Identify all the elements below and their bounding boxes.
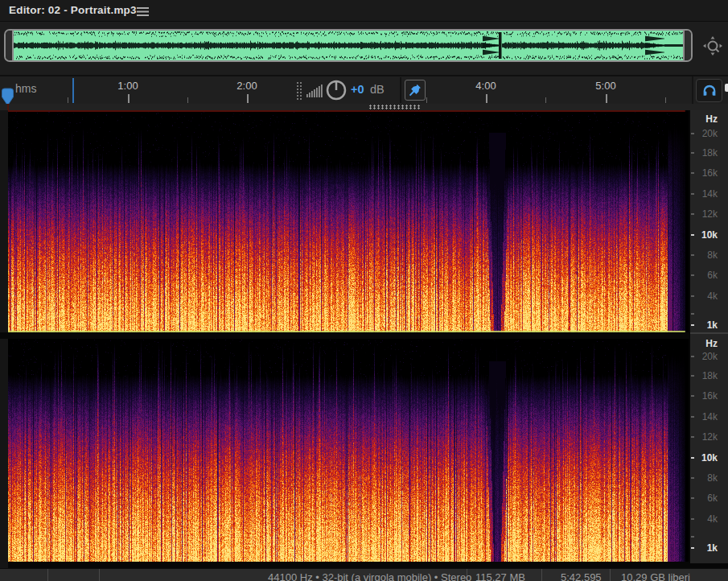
- freq-tick: [691, 295, 694, 297]
- freq-tick: [691, 313, 694, 315]
- left-gutter: [0, 110, 8, 568]
- ruler-major-tick: [247, 94, 249, 103]
- ruler-minor-tick: [187, 97, 188, 103]
- playhead-line: [7, 104, 9, 110]
- magnifier-with-arrows-icon[interactable]: [701, 35, 726, 59]
- freq-label-18k: 18k: [702, 146, 718, 159]
- ruler-major-tick: [128, 94, 130, 103]
- freq-tick: [691, 234, 694, 236]
- time-ruler[interactable]: hms +0 d: [0, 76, 728, 104]
- freq-tick: [691, 536, 694, 538]
- frequency-axis-bottom: Hz20k18k16k14k12k10k8k6k4k1k: [690, 339, 728, 563]
- status-free-space: 10,29 GB liberi: [621, 571, 690, 581]
- freq-label-20k: 20k: [702, 350, 718, 363]
- freq-tick: [691, 395, 694, 397]
- freq-label-12k: 12k: [702, 208, 718, 220]
- freq-tick: [691, 375, 694, 377]
- freq-label-6k: 6k: [707, 269, 718, 282]
- status-format-info: 44100 Hz • 32-bit (a virgola mobile) • S…: [268, 571, 471, 581]
- hud-divider: [400, 77, 401, 103]
- freq-label-14k: 14k: [702, 410, 718, 423]
- freq-label-6k: 6k: [707, 492, 718, 505]
- divider-grip-handle[interactable]: [368, 105, 420, 109]
- overview-waveform[interactable]: [14, 31, 683, 60]
- freq-tick: [691, 477, 694, 479]
- spectrogram-left-channel[interactable]: [8, 110, 689, 332]
- freq-label-14k: 14k: [702, 187, 718, 200]
- freq-tick: [691, 172, 694, 174]
- gain-value[interactable]: +0: [351, 83, 364, 96]
- freq-tick: [691, 254, 694, 256]
- overview-left-handle[interactable]: [6, 31, 14, 60]
- spectrogram-right-channel[interactable]: [8, 339, 689, 562]
- freq-tick: [691, 133, 694, 134]
- status-divider: [47, 569, 48, 581]
- app-window: Editor: 02 - Portrait.mp3: [0, 0, 728, 581]
- status-divider: [610, 569, 611, 581]
- freq-tick: [691, 213, 694, 215]
- ruler-time-label: 4:00: [466, 80, 506, 92]
- freq-label-4k: 4k: [707, 513, 718, 525]
- freq-tick: [691, 324, 694, 326]
- status-bar: 44100 Hz • 32-bit (a virgola mobile) • S…: [0, 568, 728, 581]
- ruler-minor-tick: [545, 97, 546, 103]
- title-bar: Editor: 02 - Portrait.mp3: [0, 0, 728, 22]
- time-format-label[interactable]: hms: [15, 82, 36, 95]
- ruler-major-tick: [606, 94, 607, 103]
- overview-strip[interactable]: [4, 29, 693, 62]
- status-divider: [541, 569, 542, 581]
- freq-label-1k: 1k: [707, 319, 718, 332]
- clipped-edge-control: [725, 84, 728, 92]
- freq-tick: [691, 416, 694, 418]
- freq-tick: [691, 193, 694, 195]
- frequency-axis-top: Hz20k18k16k14k12k10k8k6k4k1k: [690, 110, 728, 332]
- status-divider: [99, 569, 100, 581]
- status-duration: 5:42,595: [561, 571, 602, 581]
- freq-tick: [691, 457, 694, 459]
- freq-label-16k: 16k: [702, 167, 718, 179]
- marker-line: [72, 78, 74, 103]
- freq-tick: [691, 274, 694, 276]
- ruler-minor-tick: [665, 97, 666, 103]
- headphone-button[interactable]: [696, 79, 722, 102]
- freq-tick: [691, 497, 694, 499]
- gain-knob-icon[interactable]: [325, 79, 348, 101]
- page-title: Editor: 02 - Portrait.mp3: [9, 4, 137, 16]
- frequency-axis: Hz20k18k16k14k12k10k8k6k4k1k Hz20k18k16k…: [689, 110, 728, 563]
- freq-label-12k: 12k: [702, 431, 718, 443]
- freq-tick: [691, 436, 694, 438]
- channel-gap: [0, 332, 689, 339]
- freq-label-20k: 20k: [702, 127, 718, 140]
- ruler-right-divider: [692, 76, 693, 104]
- signal-bars-icon: [306, 83, 323, 101]
- freq-tick: [691, 518, 694, 520]
- freq-label-16k: 16k: [702, 389, 718, 402]
- freq-tick: [691, 547, 694, 549]
- pin-button[interactable]: [405, 80, 426, 101]
- freq-label-8k: 8k: [707, 249, 718, 262]
- ruler-minor-tick: [426, 97, 427, 103]
- ruler-minor-tick: [68, 97, 68, 103]
- gain-unit-label: dB: [370, 83, 385, 96]
- freq-label-10k: 10k: [701, 451, 718, 464]
- hamburger-icon[interactable]: [137, 6, 149, 16]
- ruler-time-label: 1:00: [108, 80, 148, 92]
- freq-label-4k: 4k: [707, 290, 718, 303]
- freq-tick: [691, 356, 694, 357]
- spectral-display: Hz20k18k16k14k12k10k8k6k4k1k Hz20k18k16k…: [0, 110, 728, 568]
- freq-tick: [691, 152, 694, 154]
- freq-label-8k: 8k: [707, 472, 718, 484]
- freq-label-1k: 1k: [707, 542, 718, 554]
- freq-label-10k: 10k: [701, 229, 718, 241]
- panel-divider[interactable]: [0, 104, 728, 110]
- freq-label-18k: 18k: [702, 369, 718, 382]
- overview-right-handle[interactable]: [683, 31, 691, 60]
- freq-label-hz: Hz: [705, 337, 718, 350]
- freq-label-hz: Hz: [705, 113, 718, 126]
- hud-drag-handle[interactable]: [296, 81, 303, 101]
- ruler-time-label: 5:00: [586, 80, 626, 92]
- ruler-major-tick: [486, 94, 487, 103]
- status-file-size: 115,27 MB: [475, 571, 525, 581]
- overview-zone: [0, 22, 728, 76]
- axis-separator: [690, 332, 728, 334]
